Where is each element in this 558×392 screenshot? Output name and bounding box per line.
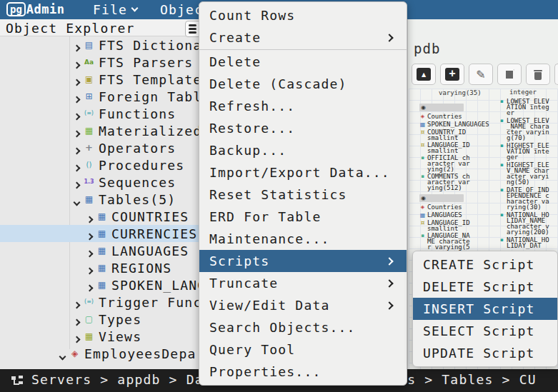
menu-item-restore[interactable]: Restore... (199, 117, 407, 139)
menu-item-search-objects[interactable]: Search Objects... (199, 316, 407, 338)
chevron-right-icon[interactable] (74, 79, 81, 86)
menu-item-delete[interactable]: Delete (199, 51, 407, 73)
copy-icon (504, 69, 514, 80)
column-icon: ▪ (500, 118, 505, 141)
type-icon: ▢ (83, 314, 95, 324)
menu-file[interactable]: File (93, 1, 137, 18)
tables-icon: ▦ (83, 194, 95, 204)
menu-item-delete-cascade[interactable]: Delete (Cascade) (199, 73, 407, 95)
submenu-item-label: SELECT Script (423, 323, 534, 338)
menu-item-label: Restore... (209, 121, 295, 136)
tree-item-label: REGIONS (111, 261, 171, 276)
erd-field-date-of-independence-character-varying-30: ▪DATE_OF_INDEPENDENCE character varying(… (500, 187, 557, 210)
erd-field-highest-elev-name-character-varying-50: ▪HIGHEST_ELEV_NAME character varying(50) (500, 162, 557, 185)
menu-item-erd-for-table[interactable]: ERD For Table (199, 206, 407, 228)
chevron-right-icon[interactable] (74, 62, 81, 69)
chevron-right-icon[interactable] (74, 319, 81, 326)
chevron-down-icon[interactable] (59, 353, 66, 361)
chevron-right-icon[interactable] (86, 216, 94, 223)
chevron-right-icon[interactable] (74, 336, 81, 343)
image-button[interactable] (412, 64, 436, 85)
card-field-language-id-smallint: ¤LANGUAGE_ID smallint (419, 220, 475, 231)
add-button[interactable] (440, 64, 464, 85)
tree-item-label: Functions (99, 106, 176, 121)
erd-clipped-text: varying(35) (439, 89, 482, 96)
table-icon: ▦ (96, 228, 108, 238)
diamond-icon: ◈ (419, 204, 426, 211)
eye-icon: ◉ (421, 196, 426, 201)
submenu-item-insert-script[interactable]: INSERT Script (413, 298, 557, 320)
menu-item-scripts[interactable]: Scripts (199, 250, 407, 272)
menu-item-label: Refresh... (209, 99, 295, 114)
chevron-right-icon[interactable] (74, 96, 81, 104)
tree-item-label: Types (99, 312, 141, 327)
chevron-down-icon[interactable] (74, 199, 81, 206)
menu-item-label: Delete (Cascade) (209, 76, 347, 91)
menu-item-query-tool[interactable]: Query Tool (199, 338, 407, 361)
tree-item-label: CURRENCIES (111, 226, 197, 241)
menu-item-label: Truncate (209, 276, 278, 291)
chevron-right-icon[interactable] (86, 233, 94, 241)
column-icon: ▪ (500, 99, 505, 116)
menu-item-truncate[interactable]: Truncate (199, 272, 407, 294)
column-icon: ▪ (500, 212, 505, 235)
menu-item-import-export-data[interactable]: Import/Export Data... (199, 161, 407, 184)
erd-field-national-holiday-name-character-varying-200: ▪NATIONAL_HOLIDAY_NAME character varying… (500, 212, 557, 235)
card-field-text: LANGUAGE_NAME character varying(5 (427, 233, 470, 250)
erd-field-text: HIGHEST_ELEV_NAME character varying(50) (507, 162, 551, 185)
submenu-item-create-script[interactable]: CREATE Script (413, 253, 557, 276)
menu-item-backup[interactable]: Backup... (199, 139, 407, 161)
chevron-right-icon[interactable] (74, 45, 81, 52)
tree-item-label: Views (99, 329, 141, 344)
chevron-right-icon[interactable] (74, 165, 81, 172)
card-field-text: COMMENTS character varying(512) (427, 174, 470, 191)
menu-item-create[interactable]: Create (199, 26, 407, 49)
card-field-language-id-smallint: ¤LANGUAGE_ID smallint (419, 142, 475, 154)
submenu-item-delete-script[interactable]: DELETE Script (413, 276, 557, 298)
menu-item-label: Properties... (209, 364, 321, 379)
tree-item-label: Operators (99, 141, 176, 156)
pgadmin-window: pg Admin File Object Object Explorer ▤FT… (0, 0, 558, 392)
erd-tab-label[interactable]: pdb (414, 41, 440, 56)
menu-item-refresh[interactable]: Refresh... (199, 95, 407, 117)
chevron-right-icon[interactable] (86, 285, 94, 292)
table-icon: ▦ (419, 121, 426, 128)
menu-item-reset-statistics[interactable]: Reset Statistics (199, 184, 407, 206)
submenu-item-update-script[interactable]: UPDATE Script (413, 342, 557, 364)
menu-item-view-edit-data[interactable]: View/Edit Data (199, 294, 407, 316)
menu-item-properties[interactable]: Properties... (199, 361, 407, 383)
chevron-right-icon[interactable] (74, 114, 81, 121)
table-icon: ▦ (96, 280, 108, 290)
erd-table-card[interactable]: ◉◈Countries▦LANGUAGES¤LANGUAGE_ID smalli… (419, 194, 475, 251)
chevron-right-icon[interactable] (74, 148, 81, 155)
red-diamond-icon: ◈ (69, 348, 81, 358)
card-header: ◉ (419, 104, 464, 111)
view-icon: ▦ (83, 331, 95, 341)
chevron-right-icon[interactable] (86, 251, 94, 258)
pencil-icon: ✎ (476, 68, 485, 81)
menu-item-count-rows[interactable]: Count Rows (199, 4, 407, 26)
card-field-country-id-smallint: ¤COUNTRY_ID smallint (419, 129, 475, 141)
chevron-right-icon[interactable] (74, 182, 81, 189)
partial-button[interactable] (554, 64, 558, 85)
chevron-right-icon[interactable] (74, 302, 81, 309)
menu-item-label: Create (209, 30, 261, 45)
erd-table-card[interactable]: ◉◈Countries▦SPOKEN_LANGUAGES¤COUNTRY_ID … (419, 104, 475, 192)
plus-icon (445, 68, 459, 81)
menu-separator (199, 49, 407, 50)
card-field-text: LANGUAGE_ID smallint (427, 142, 470, 154)
sitemap-icon (11, 376, 24, 386)
delete-button[interactable] (526, 64, 550, 85)
chevron-right-icon[interactable] (74, 131, 81, 138)
menu-item-maintenance[interactable]: Maintenance... (199, 228, 407, 250)
chevron-right-icon[interactable] (86, 268, 94, 275)
edit-button[interactable]: ✎ (469, 64, 493, 85)
table-context-menu: Count RowsCreateDeleteDelete (Cascade)Re… (199, 1, 407, 386)
card-field-language-name-character-varying-5: ▪LANGUAGE_NAME character varying(5 (419, 233, 475, 250)
card-field-text: Countries (427, 114, 462, 120)
fts-parser-icon: Aa (83, 57, 95, 67)
erd-field-lowest-elevation-integer: ▪LOWEST_ELEVATION integer (500, 99, 557, 116)
pg-logo-badge: pg (6, 2, 26, 16)
submenu-item-select-script[interactable]: SELECT Script (413, 320, 557, 342)
clone-button[interactable] (497, 64, 522, 85)
